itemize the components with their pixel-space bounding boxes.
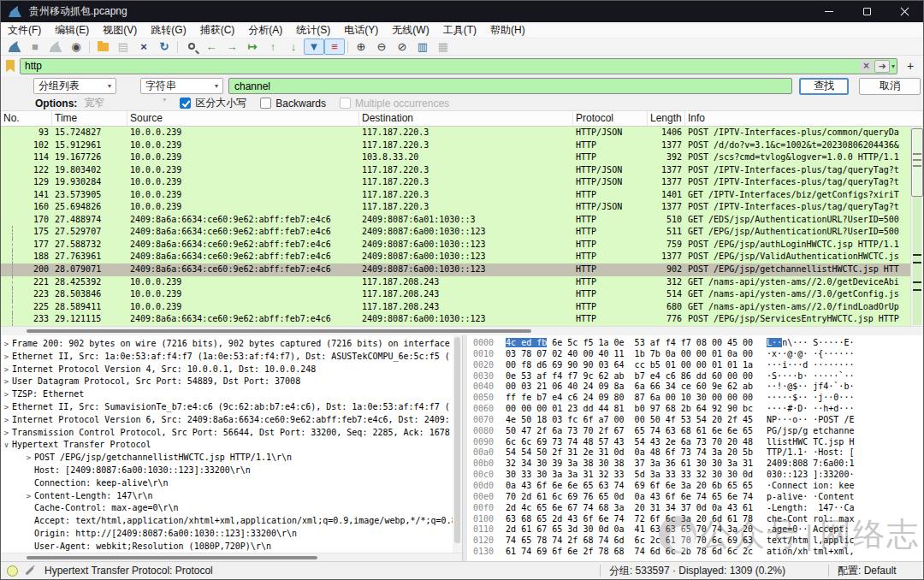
scrollbar-thumb[interactable] [27,556,317,559]
ascii-bytes[interactable]: TTP/1.1· ·Host: [ [767,447,854,457]
menu-item[interactable]: 工具(T) [436,22,483,38]
hex-bytes[interactable]: 63 68 65 2d 43 6f 6e 74 72 6f 6c 3a 20 6… [506,514,753,524]
hex-bytes[interactable]: 32 34 30 39 3a 38 30 38 37 3a 36 61 30 3… [506,459,753,468]
search-scope-select[interactable]: 分组列表▾ [33,78,116,94]
hex-bytes[interactable]: 0e 53 af f4 f7 9c 62 ab b7 e4 c6 86 dd 6… [506,371,753,381]
menu-item[interactable]: 分析(A) [241,22,289,38]
menu-item[interactable]: 文件(F) [1,22,48,38]
detail-line[interactable]: >Frame 200: 902 bytes on wire (7216 bits… [1,338,462,351]
go-forward-icon[interactable]: → [222,38,242,55]
packet-row[interactable]: 17027.4889742409:8a6a:6634:ce60:9e62:abf… [1,214,923,227]
column-header[interactable]: Time [52,111,127,126]
stop-capture-icon[interactable]: ■ [25,38,45,55]
packet-row[interactable]: 17527.5297072409:8a6a:6634:ce60:9e62:abf… [1,226,923,239]
detail-line[interactable]: >Content-Length: 147\r\n [1,490,462,503]
ascii-bytes[interactable]: 030::123 ]:33200· [767,470,854,479]
colorize-icon[interactable]: ≡ [324,38,345,55]
packet-row[interactable]: 22528.58941110.0.0.239117.187.208.243HTT… [1,301,923,314]
hex-row[interactable]: 00b032 34 30 39 3a 38 30 38 37 3a 36 61 … [473,459,923,470]
column-header[interactable]: Info [685,111,923,126]
expanded-chevron-icon[interactable]: ∨ [1,439,12,452]
detail-line[interactable]: >Ethernet II, Src: 1a:0e:53:af:f4:f7 (1a… [1,351,462,364]
menu-item[interactable]: 帮助(H) [483,22,532,38]
hex-bytes[interactable]: 74 65 78 74 2f 68 74 6d 6c 2c 61 70 70 6… [506,536,753,545]
collapsed-chevron-icon[interactable]: > [1,338,12,351]
charset-select[interactable]: 宽窄▾ [84,96,166,110]
find-packet-icon[interactable] [181,38,201,55]
hex-row[interactable]: 00a054 54 50 2f 31 2e 31 0d 0a 48 6f 73 … [473,447,923,459]
packet-row[interactable]: 11419.16772610.0.0.239103.8.33.20HTTP392… [1,151,923,164]
hex-bytes[interactable]: 4e 50 18 03 fc 6f a7 00 00 50 4f 53 54 2… [506,415,753,424]
hex-bytes[interactable]: ff fe b7 e4 c6 24 09 80 87 6a 00 10 30 0… [506,393,753,402]
ascii-bytes[interactable]: ·····$·· ·j··0··· [767,393,854,402]
ascii-bytes[interactable]: 2409:808 7:6a00:1 [767,459,854,468]
hex-row[interactable]: 00300e 53 af f4 f7 9c 62 ab b7 e4 c6 86 … [473,371,923,382]
scrollbar-thumb[interactable] [911,128,923,196]
expert-info-icon[interactable] [7,565,18,577]
column-header[interactable]: Length [648,111,685,126]
menu-item[interactable]: 编辑(E) [48,22,96,38]
detail-line[interactable]: Cache-Control: max-age=0\r\n [1,502,462,515]
hex-bytes[interactable]: 00 00 00 01 23 dd 44 81 b0 97 68 2b 64 9… [506,404,753,413]
packet-row[interactable]: 12919.93028410.0.0.239117.187.220.3HTTP/… [1,176,923,189]
packet-row[interactable]: 12219.80340210.0.0.239117.187.220.3HTTP/… [1,164,923,177]
zoom-in-icon[interactable]: ⊕ [351,38,371,55]
hex-row[interactable]: 00e070 2d 61 6c 69 76 65 0d 0a 43 6f 6e … [473,492,923,503]
resize-columns-icon[interactable]: ▥ [412,38,433,55]
detail-line[interactable]: Host: [2409:8087:6a00:1030::123]:33200\r… [1,465,462,477]
minimize-button[interactable] [810,1,848,22]
profile-status[interactable]: 配置: Default [838,564,916,578]
hex-bytes[interactable]: 0a 43 6f 6e 6e 65 63 74 69 6f 6e 3a 20 6… [506,481,753,490]
hex-row[interactable]: 01102d 61 67 65 3d 30 0d 0a 41 63 63 65 … [473,524,923,536]
search-type-select[interactable]: 字符串▾ [140,78,223,94]
column-header[interactable]: Protocol [573,111,648,126]
filter-history-caret-icon[interactable]: ▾ [891,62,895,70]
detail-line[interactable]: User-Agent: webkit;Resolution (1080P,720… [1,541,462,553]
ascii-bytes[interactable]: text/htm l,applic [767,536,854,545]
collapsed-chevron-icon[interactable]: > [1,414,12,427]
start-capture-icon[interactable] [4,38,25,55]
hex-row[interactable]: 00906c 6c 69 73 74 48 57 43 54 43 2e 6a … [473,437,923,448]
filter-clear-icon[interactable]: × [860,60,873,73]
hex-row[interactable]: 00704e 50 18 03 fc 6f a7 00 00 50 4f 53 … [473,415,923,426]
ascii-bytes[interactable]: -age=0·· Accept: [767,524,854,534]
hex-bytes[interactable]: 2d 4c 65 6e 67 74 68 3a 20 31 34 37 0d 0… [506,503,753,512]
ascii-bytes[interactable]: ···i···d ········ [767,360,854,370]
column-header[interactable]: No. [1,111,52,126]
hex-row[interactable]: 00d00a 43 6f 6e 6e 65 63 74 69 6f 6e 3a … [473,481,923,492]
detail-line[interactable]: >POST /EPG/jsp/getchannellistHWCTC.jsp H… [1,452,462,465]
auto-scroll-icon[interactable]: ▼ [304,38,324,55]
hex-bytes[interactable]: 6c 6c 69 73 74 48 57 43 54 43 2e 6a 73 7… [506,437,753,447]
packet-row[interactable]: 22128.42539210.0.0.239117.187.208.243HTT… [1,276,923,289]
hex-bytes[interactable]: 03 78 07 02 40 00 40 11 1b 7b 0a 00 00 0… [506,349,753,358]
open-file-icon[interactable] [92,38,113,55]
detail-line[interactable]: Connection: keep-alive\r\n [1,477,462,490]
close-file-icon[interactable]: × [133,38,154,55]
backwards-checkbox[interactable] [260,98,271,109]
collapsed-chevron-icon[interactable]: > [1,376,12,388]
hex-row[interactable]: 001003 78 07 02 40 00 40 11 1b 7b 0a 00 … [473,349,923,360]
packet-list-horizontal-scrollbar[interactable] [1,326,923,335]
capture-options-icon[interactable]: ◉ [66,38,86,55]
go-first-icon[interactable]: ↑ [263,38,283,55]
layout-icon[interactable]: ▦ [433,38,453,55]
menu-item[interactable]: 电话(Y) [337,22,385,38]
reload-icon[interactable]: ↻ [154,38,175,55]
column-header[interactable]: Source [127,111,359,126]
add-filter-button[interactable]: + [901,58,920,74]
collapsed-chevron-icon[interactable]: > [1,351,12,364]
hex-bytes[interactable]: 54 54 50 2f 31 2e 31 0d 0a 48 6f 73 74 3… [506,447,753,457]
hex-row[interactable]: 00c030 33 30 3a 3a 31 32 33 5d 3a 33 33 … [473,470,923,481]
hex-bytes[interactable]: 4c ed fb 6e 5c f5 1a 0e 53 af f4 f7 08 0… [506,338,753,347]
hex-bytes[interactable]: 00 f8 d6 69 90 90 03 64 cc b5 01 00 00 0… [506,360,753,370]
details-vertical-scrollbar[interactable] [453,335,462,553]
collapsed-chevron-icon[interactable]: > [23,490,34,503]
collapsed-chevron-icon[interactable]: > [1,364,12,376]
hex-bytes[interactable]: 61 74 69 6f 6e 2f 78 68 74 6d 6c 2b 78 6… [506,547,753,556]
scrollbar-thumb[interactable] [27,329,531,333]
display-filter-input[interactable]: http × ➜ ▾ [20,58,897,74]
packet-row[interactable]: 18827.7639612409:8a6a:6634:ce60:9e62:abf… [1,251,923,263]
detail-line[interactable]: >Internet Protocol Version 6, Src: 2409:… [1,414,462,427]
hex-bytes[interactable]: 00 03 21 06 40 24 09 8a 6a 66 34 ce 60 9… [506,382,753,391]
column-header[interactable]: Destination [359,111,573,126]
